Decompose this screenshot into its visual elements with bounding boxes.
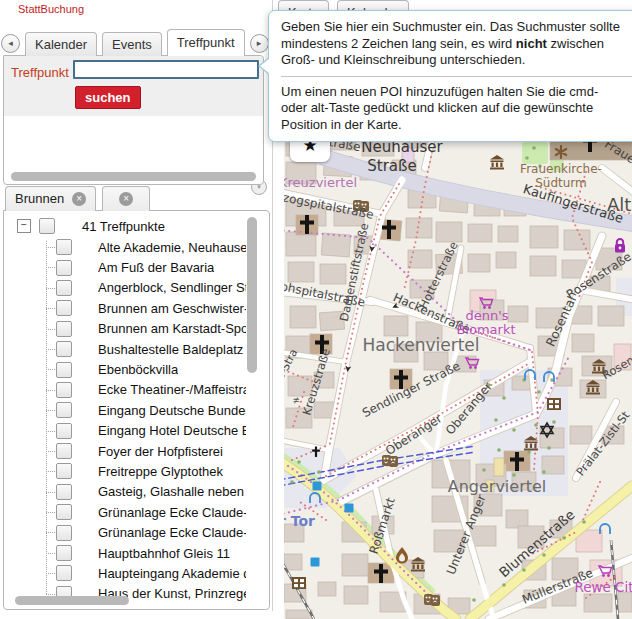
tree-item-checkbox[interactable]: [56, 239, 72, 255]
tree-item: Hauptbahnhof Gleis 11: [4, 543, 269, 563]
map-label: Biomarkt: [456, 322, 515, 337]
tree-root-row: − 41 Treffpunkte: [4, 215, 269, 237]
blue-square-icon: [345, 504, 354, 513]
tree-item-checkbox[interactable]: [56, 565, 72, 581]
tree-item-checkbox[interactable]: [56, 423, 72, 439]
tab-brunnen[interactable]: Brunnen ×: [5, 186, 96, 211]
tree-item-label[interactable]: Angerblock, Sendlinger Straße: [98, 280, 246, 295]
tooltip-separator: [281, 76, 632, 77]
map-view[interactable]: ≠≠ r StraßeNeuhauserStraßeKreuzviertelHe…: [284, 130, 632, 619]
map-label: Angerviertel: [448, 477, 547, 496]
search-input[interactable]: [73, 60, 259, 79]
tree-item-label[interactable]: Ebenböckvilla: [98, 362, 178, 377]
tree-item-checkbox[interactable]: [56, 341, 72, 357]
tree-item: Bushaltestelle Baldeplatz: [4, 339, 269, 359]
tab-kalender[interactable]: Kalender: [25, 32, 97, 56]
tree-item-label[interactable]: Eingang Deutsche Bundesbank: [98, 403, 246, 418]
search-label: Treffpunkt: [11, 65, 69, 80]
tree-item-label[interactable]: Alte Akademie, Neuhauser Straße: [98, 240, 246, 255]
tree-item: Grünanlage Ecke Claude-Lorrain-/Schönstr…: [4, 522, 269, 542]
tree-item-checkbox[interactable]: [56, 504, 72, 520]
tree-item-label[interactable]: Grünanlage Ecke Claude-Lorrain-/Schönstr…: [98, 525, 246, 540]
tree-root-label[interactable]: 41 Treffpunkte: [82, 219, 165, 234]
search-button[interactable]: suchen: [75, 86, 141, 109]
tab-empty[interactable]: ×: [102, 186, 150, 211]
tree-item-checkbox[interactable]: [56, 463, 72, 479]
tree-root-checkbox[interactable]: [39, 218, 55, 234]
map-label: Hackenviertel: [362, 335, 479, 355]
tree-item: Eingang Deutsche Bundesbank: [4, 400, 269, 420]
tree-item: Angerblock, Sendlinger Straße: [4, 278, 269, 298]
tree-item-checkbox[interactable]: [56, 280, 72, 296]
treffpunkte-tree-panel: − 41 Treffpunkte Alte Akademie, Neuhause…: [3, 210, 270, 610]
tree-item-checkbox[interactable]: [56, 525, 72, 541]
tab-treffpunkt[interactable]: Treffpunkt: [167, 29, 245, 56]
result-tabbar: Brunnen × ×: [5, 186, 150, 211]
tabs-scroll-left-button[interactable]: ◂: [1, 34, 20, 53]
blue-square-icon: [311, 558, 320, 567]
tree-item: Gasteig, Glashalle neben dem Eingang: [4, 482, 269, 502]
tabs-scroll-right-button[interactable]: ▸: [250, 34, 269, 53]
tree-item-checkbox[interactable]: [56, 300, 72, 316]
tab-brunnen-label: Brunnen: [15, 187, 64, 211]
search-panel: Treffpunkt suchen: [3, 55, 264, 185]
tree-item-label[interactable]: Gasteig, Glashalle neben dem Eingang: [98, 484, 246, 499]
tree-item-label[interactable]: Bushaltestelle Baldeplatz: [98, 342, 243, 357]
search-panel-hscrollbar-thumb[interactable]: [11, 172, 256, 181]
scroll-left-icon: ◂: [8, 38, 13, 48]
blue-square-icon: [313, 482, 322, 491]
tree-item-label[interactable]: Grünanlage Ecke Claude-Lorrain-/Geyerstr…: [98, 505, 246, 520]
tree-item: Foyer der Hofpfisterei: [4, 441, 269, 461]
tree-item: Grünanlage Ecke Claude-Lorrain-/Geyerstr…: [4, 502, 269, 522]
tree-item: Brunnen am Geschwister-Scholl-Platz: [4, 298, 269, 318]
tree-item-checkbox[interactable]: [56, 321, 72, 337]
tree-item-checkbox[interactable]: [56, 484, 72, 500]
tree-item-label[interactable]: Eingang Hotel Deutsche Eiche: [98, 423, 246, 438]
close-icon[interactable]: ×: [119, 192, 133, 206]
tree-item-label[interactable]: Freitreppe Glyptothek: [98, 464, 223, 479]
tree-item-checkbox[interactable]: [56, 260, 72, 276]
tooltip-paragraph-1: Geben Sie hier ein Suchmuster ein. Das S…: [281, 19, 632, 69]
tab-events[interactable]: Events: [102, 32, 162, 56]
app-title: StattBuchung: [18, 3, 84, 15]
theater-icon: [424, 594, 440, 606]
tooltip-paragraph-2: Um einen neuen POI hinzuzufügen halten S…: [281, 84, 632, 134]
search-form-area: Treffpunkt suchen: [4, 56, 263, 116]
collapse-icon[interactable]: −: [17, 219, 31, 233]
tree-item: Alte Akademie, Neuhauser Straße: [4, 237, 269, 257]
tree-item: Freitreppe Glyptothek: [4, 461, 269, 481]
tree-item: Eingang Hotel Deutsche Eiche: [4, 421, 269, 441]
tree-item-label[interactable]: Hauptbahnhof Gleis 11: [98, 546, 230, 561]
left-tabbar: ◂ Kalender Events Treffpunkt ▸ ▾: [1, 30, 296, 56]
tree-item: Ecke Theatiner-/Maffeistraße: [4, 380, 269, 400]
map-label: Sendlinger Tor: [284, 513, 315, 529]
svg-text:≠: ≠: [293, 394, 299, 406]
tree-item: Ebenböckvilla: [4, 359, 269, 379]
tree-item-label[interactable]: Am Fuß der Bavaria: [98, 260, 214, 275]
tree-item-checkbox[interactable]: [56, 382, 72, 398]
map-label: Straße: [367, 157, 416, 175]
tree-item-label[interactable]: Foyer der Hofpfisterei: [98, 444, 223, 459]
map-label: Kreuzviertel: [284, 175, 357, 190]
tree-item-label[interactable]: Ecke Theatiner-/Maffeistraße: [98, 382, 246, 397]
tree-item-label[interactable]: Brunnen am Geschwister-Scholl-Platz: [98, 301, 246, 316]
tree-hscrollbar-thumb[interactable]: [15, 596, 129, 605]
app-window: StattBuchung ◂ Kalender Events Treffpunk…: [0, 0, 632, 619]
search-tooltip: Geben Sie hier ein Suchmuster ein. Das S…: [268, 10, 632, 142]
map-canvas[interactable]: ≠≠ r StraßeNeuhauserStraßeKreuzviertelHe…: [284, 130, 632, 619]
cinema-icon: [547, 398, 561, 410]
map-label: denn's: [465, 308, 508, 323]
map-label: Frauenkirche-: [520, 162, 602, 176]
tree-item: Am Fuß der Bavaria: [4, 257, 269, 277]
tree-item-checkbox[interactable]: [56, 545, 72, 561]
tree-item-label[interactable]: Brunnen am Karstadt-Sporthaus: [98, 321, 246, 336]
tree-item-checkbox[interactable]: [56, 362, 72, 378]
tree-vscrollbar-thumb[interactable]: [247, 217, 257, 373]
barrier-icon: ≠: [293, 394, 299, 406]
tree-item: Haupteingang Akademie der Bildenden Küns…: [4, 563, 269, 583]
cinema-icon: [292, 577, 306, 589]
close-icon[interactable]: ×: [72, 192, 86, 206]
tree-item-checkbox[interactable]: [56, 402, 72, 418]
tree-item-label[interactable]: Haupteingang Akademie der Bildenden Küns…: [98, 566, 246, 581]
tree-item-checkbox[interactable]: [56, 443, 72, 459]
